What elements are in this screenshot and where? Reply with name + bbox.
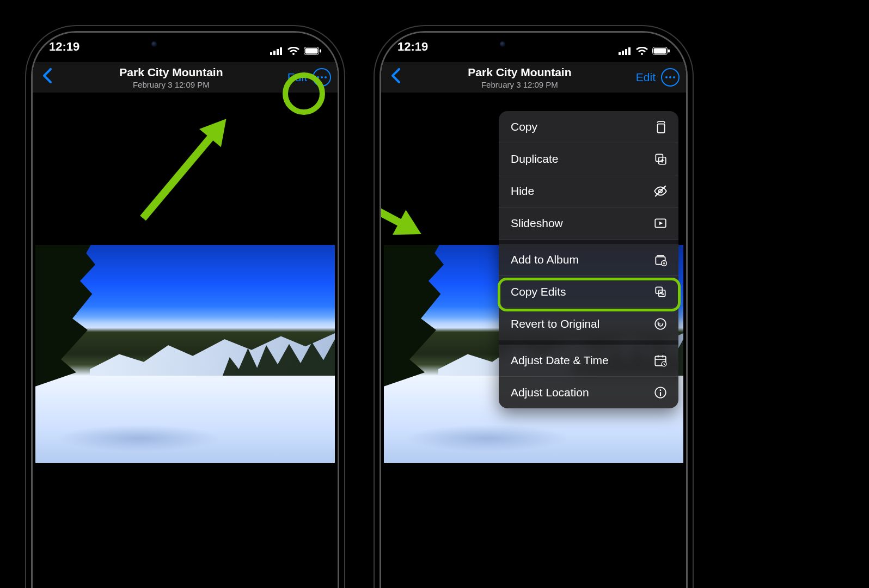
svg-rect-12 [654,48,666,54]
nav-subtitle: February 3 12:09 PM [403,80,636,89]
menu-label: Duplicate [511,152,559,166]
ellipsis-icon [317,76,327,78]
svg-rect-6 [320,50,321,53]
cellular-icon [270,47,283,55]
hide-icon [653,184,668,198]
nav-title: Park City Mountain [403,66,636,79]
more-button[interactable] [661,68,680,87]
svg-rect-7 [619,52,621,55]
battery-icon [304,47,321,55]
revert-icon [653,317,668,331]
nav-title-group: Park City Mountain February 3 12:09 PM [403,66,636,89]
nav-title: Park City Mountain [55,66,287,79]
nav-bar: Park City Mountain February 3 12:09 PM E… [33,62,338,93]
phone-mockup-right: 12:19 Park City Mountain February 3 12:0… [381,33,686,588]
menu-label: Adjust Location [511,386,589,399]
menu-item-copy-edits[interactable]: Copy Edits [499,276,678,308]
device-notch [479,33,588,52]
menu-label: Copy Edits [511,285,566,298]
menu-item-duplicate[interactable]: Duplicate [499,143,678,175]
svg-rect-2 [277,49,279,55]
svg-point-29 [660,389,662,391]
menu-item-revert-to-original[interactable]: Revert to Original [499,308,678,340]
device-notch [131,33,240,52]
menu-label: Slideshow [511,217,563,230]
phone-mockup-left: 12:19 Park City Mountain February 3 12:0… [33,33,338,588]
svg-rect-30 [660,392,661,396]
menu-item-slideshow[interactable]: Slideshow [499,207,678,240]
album-add-icon [653,253,668,267]
copy-icon [653,120,668,134]
status-time: 12:19 [397,40,428,62]
wifi-icon [287,47,299,56]
svg-rect-8 [622,51,624,55]
menu-item-adjust-date-time[interactable]: Adjust Date & Time [499,345,678,377]
calendar-icon [653,353,668,367]
menu-item-add-to-album[interactable]: Add to Album [499,244,678,276]
back-button[interactable] [39,68,55,87]
menu-label: Add to Album [511,253,579,266]
svg-rect-9 [625,49,627,55]
svg-rect-10 [628,47,631,55]
location-info-icon [653,385,668,400]
svg-rect-13 [668,50,670,53]
photo-content[interactable] [35,245,335,463]
nav-title-group: Park City Mountain February 3 12:09 PM [55,66,287,89]
menu-label: Copy [511,120,537,133]
menu-label: Hide [511,185,534,198]
menu-label: Adjust Date & Time [511,354,609,367]
svg-rect-0 [270,52,272,55]
copy-edits-icon [653,285,668,299]
svg-rect-3 [280,47,282,55]
menu-separator [499,340,678,345]
play-rect-icon [653,216,668,230]
back-button[interactable] [388,68,403,87]
chevron-left-icon [42,68,52,83]
menu-item-adjust-location[interactable]: Adjust Location [499,377,678,408]
edit-button[interactable]: Edit [287,71,307,84]
menu-label: Revert to Original [511,317,599,330]
duplicate-icon [653,152,668,166]
chevron-left-icon [391,68,400,83]
svg-rect-5 [305,48,318,54]
menu-item-hide[interactable]: Hide [499,175,678,207]
context-menu: Copy Duplicate Hide Slideshow Add to Alb… [499,111,678,408]
ellipsis-icon [665,76,675,78]
cellular-icon [619,47,632,55]
nav-bar: Park City Mountain February 3 12:09 PM E… [381,62,686,93]
wifi-icon [636,47,648,56]
menu-item-copy[interactable]: Copy [499,111,678,143]
svg-rect-1 [273,51,276,55]
nav-subtitle: February 3 12:09 PM [55,80,287,89]
more-button[interactable] [313,68,331,87]
battery-icon [652,47,670,55]
status-time: 12:19 [49,40,79,62]
svg-rect-14 [658,124,665,133]
edit-button[interactable]: Edit [636,71,656,84]
menu-separator [499,240,678,244]
